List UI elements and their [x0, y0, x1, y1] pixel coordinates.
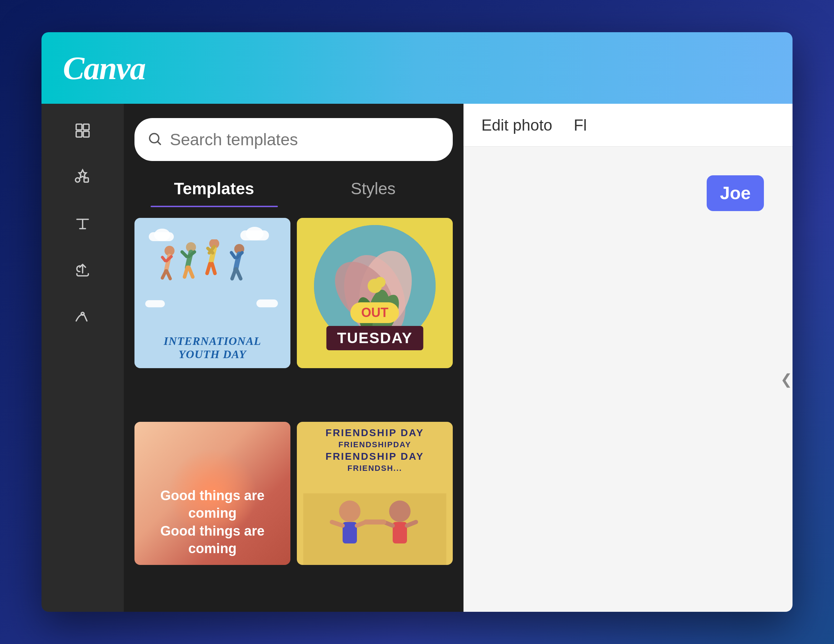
user-avatar[interactable]: Joe	[707, 175, 764, 211]
svg-point-4	[76, 178, 80, 182]
tuesday-label: TUESDAY	[326, 326, 423, 350]
main-area: Templates Styles	[42, 104, 792, 612]
sidebar-item-upload[interactable]	[70, 257, 95, 283]
template-card-tuesday[interactable]: OUT TUESDAY	[297, 218, 453, 368]
tuesday-badge: OUT TUESDAY	[326, 302, 423, 350]
svg-rect-21	[303, 494, 446, 565]
header-bar: Canva	[42, 32, 792, 104]
svg-point-20	[375, 277, 386, 288]
right-content: Joe ❮	[464, 147, 792, 612]
sidebar-item-elements[interactable]	[70, 165, 95, 189]
svg-rect-25	[393, 522, 407, 544]
svg-rect-1	[83, 124, 89, 130]
template-card-friendship[interactable]: FRIENDSHIP DAY FRIENDSHIPDAY FRIENDSHIP …	[297, 422, 453, 565]
search-bar[interactable]	[134, 118, 453, 161]
svg-point-22	[339, 500, 360, 522]
youth-people-svg	[148, 239, 277, 304]
svg-point-24	[389, 500, 411, 522]
svg-rect-2	[76, 131, 82, 137]
template-grid: InternationalYouth Day	[134, 218, 453, 612]
sidebar-item-text[interactable]	[70, 211, 95, 236]
template-card-youth-day[interactable]: InternationalYouth Day	[134, 218, 290, 368]
center-panel: Templates Styles	[124, 104, 464, 612]
elements-icon	[74, 168, 91, 186]
draw-icon	[74, 308, 91, 325]
second-button[interactable]: Fl	[574, 116, 587, 134]
search-input[interactable]	[170, 130, 440, 149]
youth-day-illustration	[142, 225, 283, 318]
tab-styles[interactable]: Styles	[294, 172, 453, 207]
right-top-bar: Edit photo Fl	[464, 104, 792, 147]
svg-rect-3	[83, 131, 89, 137]
tabs-row: Templates Styles	[134, 172, 453, 207]
canva-logo: Canva	[63, 50, 145, 87]
sidebar-item-draw[interactable]	[70, 304, 95, 329]
text-icon	[74, 215, 91, 232]
friendship-line-2: FRIENDSHIPDAY	[338, 440, 411, 449]
svg-rect-23	[343, 522, 357, 544]
svg-point-6	[81, 312, 84, 315]
chevron-left-icon[interactable]: ❮	[781, 371, 792, 387]
template-card-good-things[interactable]: Good things are comingGood things are co…	[134, 422, 290, 565]
right-panel: Edit photo Fl Joe ❮	[464, 104, 792, 612]
youth-day-title: InternationalYouth Day	[164, 335, 262, 361]
svg-rect-0	[76, 124, 82, 130]
friendship-people-svg	[297, 494, 453, 565]
template-icon	[74, 122, 91, 139]
upload-icon	[74, 262, 91, 279]
sidebar	[42, 104, 124, 612]
friendship-line-4: FRIENDSH...	[348, 464, 402, 473]
sidebar-item-templates[interactable]	[70, 118, 95, 143]
svg-rect-5	[84, 178, 88, 182]
tab-templates[interactable]: Templates	[134, 172, 294, 207]
main-window: Canva	[42, 32, 792, 612]
friendship-line-1: FRIENDSHIP DAY	[325, 427, 424, 439]
friendship-line-3: FRIENDSHIP DAY	[325, 451, 424, 462]
cloud2-puff	[246, 227, 263, 240]
out-label: OUT	[351, 302, 399, 323]
good-things-text: Good things are comingGood things are co…	[142, 487, 283, 558]
edit-photo-button[interactable]: Edit photo	[482, 116, 552, 134]
search-icon	[147, 131, 163, 148]
